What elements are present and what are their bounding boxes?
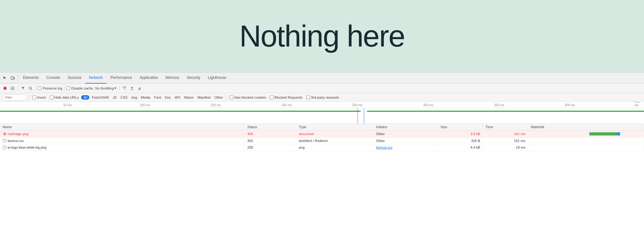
time-cell: 161 ms — [483, 130, 528, 138]
search-icon[interactable] — [27, 85, 34, 91]
tab-lighthouse[interactable]: Lighthouse — [204, 73, 230, 84]
third-party-checkbox[interactable]: 3rd-party requests — [305, 95, 340, 100]
svg-point-2 — [3, 87, 7, 90]
page-content: Nothing here — [0, 0, 644, 72]
col-header-waterfall[interactable]: Waterfall — [528, 124, 644, 130]
invert-checkbox[interactable]: Invert — [31, 95, 47, 100]
device-toggle-icon[interactable] — [9, 74, 16, 82]
import-har-icon[interactable] — [129, 85, 135, 91]
status-cell: 200 — [245, 144, 296, 151]
type-cell: document — [296, 130, 374, 138]
svg-rect-1 — [14, 77, 14, 79]
svg-point-5 — [29, 87, 31, 89]
blocked-requests-checkbox[interactable]: Blocked Requests — [269, 95, 304, 100]
tab-memory[interactable]: Memory — [162, 73, 183, 84]
network-toolbar: Preserve log Disable cache No throttling… — [0, 84, 644, 93]
chevron-down-icon: ▾ — [114, 86, 116, 90]
filter-chip-img[interactable]: Img — [130, 95, 138, 100]
size-cell: 326 B — [438, 138, 483, 144]
filter-chip-media[interactable]: Media — [140, 95, 152, 100]
waterfall-cell — [528, 130, 644, 138]
svg-rect-0 — [11, 76, 13, 80]
filter-chip-wasm[interactable]: Wasm — [183, 95, 195, 100]
filter-bar: Invert Hide data URLs All Fetch/XHR JS C… — [0, 93, 644, 102]
devtools-tabbar: Elements Console Sources Network Perform… — [0, 73, 644, 84]
toolbar-sep-1 — [18, 86, 18, 91]
disable-cache-input[interactable] — [66, 86, 70, 90]
initiator-cell: Other — [374, 138, 438, 144]
time-cell: 151 ms — [483, 138, 528, 144]
initiator-cell: favicon.ico — [374, 144, 438, 151]
status-cell: 404 — [245, 130, 296, 138]
col-header-size[interactable]: Size — [438, 124, 483, 130]
tab-security[interactable]: Security — [183, 73, 204, 84]
filter-chip-other[interactable]: Other — [213, 95, 225, 100]
wifi-icon[interactable] — [121, 85, 128, 91]
filter-chip-font[interactable]: Font — [153, 95, 162, 100]
col-header-name[interactable]: Name — [0, 124, 245, 130]
throttle-dropdown[interactable]: No throttling ▾ — [94, 86, 117, 91]
network-table: Name Status Type Initiator Size Time Wat… — [0, 124, 644, 151]
col-header-time[interactable]: Time — [483, 124, 528, 130]
tab-console[interactable]: Console — [42, 73, 64, 84]
filter-chip-doc[interactable]: Doc — [164, 95, 172, 100]
has-blocked-cookies-checkbox[interactable]: Has blocked cookies — [228, 95, 267, 100]
filter-icon[interactable] — [20, 85, 26, 91]
time-cell: 19 ms — [483, 144, 528, 151]
tab-application[interactable]: Application — [136, 73, 162, 84]
devtools-panel: Elements Console Sources Network Perform… — [0, 72, 644, 151]
export-har-icon[interactable] — [136, 85, 143, 91]
disable-cache-checkbox[interactable]: Disable cache — [66, 86, 93, 90]
toolbar-sep-2 — [36, 86, 36, 91]
filter-chip-css[interactable]: CSS — [119, 95, 129, 100]
tab-sources[interactable]: Sources — [64, 73, 85, 84]
hide-data-urls-checkbox[interactable]: Hide data URLs — [48, 95, 80, 100]
col-header-type[interactable]: Type — [296, 124, 374, 130]
waterfall-cell — [528, 144, 644, 151]
tab-elements[interactable]: Elements — [19, 73, 42, 84]
filter-chip-fetch-xhr[interactable]: Fetch/XHR — [91, 95, 110, 100]
preserve-log-input[interactable] — [38, 86, 42, 90]
filter-input[interactable] — [2, 94, 27, 101]
table-row[interactable]: ☐favicon.ico302text/html / RedirectOther… — [0, 138, 644, 144]
waterfall-cell — [528, 138, 644, 144]
status-cell: 302 — [245, 138, 296, 144]
timeline-area: 50 ms100 ms150 ms200 ms250 ms300 ms350 m… — [0, 102, 644, 124]
initiator-cell: Other — [374, 130, 438, 138]
type-cell: png — [296, 144, 374, 151]
preserve-log-checkbox[interactable]: Preserve log — [38, 86, 62, 90]
col-header-status[interactable]: Status — [245, 124, 296, 130]
tab-separator — [18, 75, 18, 81]
toolbar-sep-4 — [119, 86, 119, 91]
clear-button[interactable] — [9, 85, 16, 91]
filter-chip-manifest[interactable]: Manifest — [196, 95, 212, 100]
col-header-initiator[interactable]: Initiator — [374, 124, 438, 130]
table-row[interactable]: ☐w-logo-blue-white-bg.png200pngfavicon.i… — [0, 144, 644, 151]
timeline-ruler: 50 ms100 ms150 ms200 ms250 ms300 ms350 m… — [0, 102, 644, 108]
filter-chip-js[interactable]: JS — [111, 95, 118, 100]
svg-line-6 — [31, 89, 32, 90]
filter-chip-ws[interactable]: WS — [174, 95, 182, 100]
size-cell: 4.4 kB — [438, 144, 483, 151]
tab-performance[interactable]: Performance — [107, 73, 136, 84]
toolbar-sep-3 — [64, 86, 64, 91]
type-cell: text/html / Redirect — [296, 138, 374, 144]
tab-network[interactable]: Network — [85, 73, 107, 84]
filter-chip-all[interactable]: All — [81, 95, 89, 100]
page-heading: Nothing here — [239, 19, 405, 53]
table-row[interactable]: 🖼myimage.png404documentOther3.9 kB161 ms — [0, 130, 644, 138]
timeline-bar-area — [0, 108, 644, 124]
size-cell: 3.9 kB — [438, 130, 483, 138]
record-button[interactable] — [2, 85, 8, 91]
inspect-icon[interactable] — [1, 74, 9, 82]
